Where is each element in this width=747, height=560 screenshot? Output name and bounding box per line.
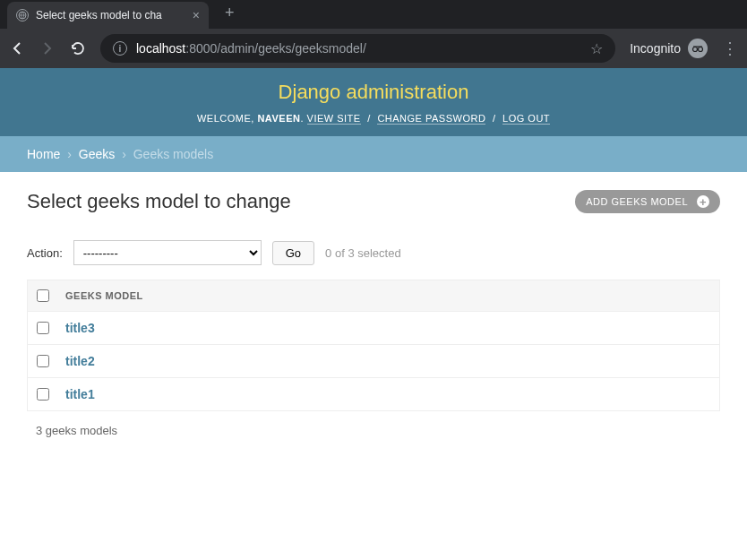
change-password-link[interactable]: CHANGE PASSWORD [377, 113, 485, 125]
breadcrumb-home[interactable]: Home [27, 147, 60, 161]
tab-title: Select geeks model to cha [36, 9, 185, 22]
results-table: GEEKS MODEL title3 title2 title1 [27, 280, 720, 411]
svg-point-1 [693, 47, 698, 52]
row-link[interactable]: title3 [65, 321, 95, 335]
incognito-indicator: Incognito [630, 39, 708, 58]
add-geeks-model-button[interactable]: ADD GEEKS MODEL + [575, 190, 720, 213]
plus-icon: + [697, 195, 709, 208]
table-row: title3 [28, 311, 719, 344]
row-checkbox[interactable] [37, 388, 49, 401]
row-link[interactable]: title1 [65, 387, 95, 401]
browser-tab[interactable]: Select geeks model to cha × [7, 2, 209, 29]
table-row: title2 [28, 344, 719, 377]
content-header: Select geeks model to change ADD GEEKS M… [27, 190, 720, 213]
tab-bar: Select geeks model to cha × + [0, 0, 747, 29]
globe-icon [16, 9, 29, 22]
bookmark-icon[interactable]: ☆ [590, 40, 603, 57]
user-tools: WELCOME, NAVEEN. VIEW SITE / CHANGE PASS… [0, 113, 747, 136]
site-title: Django administration [0, 81, 747, 104]
go-button[interactable]: Go [272, 241, 314, 265]
url-text: localhost:8000/admin/geeks/geeksmodel/ [136, 41, 581, 56]
new-tab-button[interactable]: + [225, 4, 235, 22]
info-icon[interactable]: i [113, 41, 127, 56]
row-checkbox[interactable] [37, 355, 49, 367]
select-all-checkbox[interactable] [37, 289, 49, 302]
url-bar[interactable]: i localhost:8000/admin/geeks/geeksmodel/… [100, 34, 615, 63]
add-button-label: ADD GEEKS MODEL [586, 196, 688, 207]
close-icon[interactable]: × [193, 8, 200, 22]
content: Select geeks model to change ADD GEEKS M… [0, 172, 747, 468]
paginator: 3 geeks models [27, 411, 720, 450]
selection-count: 0 of 3 selected [325, 246, 401, 260]
forward-button[interactable] [39, 40, 56, 56]
admin-header: Django administration [0, 68, 747, 113]
breadcrumb-current: Geeks models [133, 147, 213, 161]
menu-button[interactable]: ⋮ [722, 39, 738, 58]
row-link[interactable]: title2 [65, 354, 95, 368]
breadcrumb-app[interactable]: Geeks [79, 147, 115, 161]
browser-chrome: Select geeks model to cha × + i localhos… [0, 0, 747, 68]
table-header: GEEKS MODEL [28, 280, 719, 311]
reload-button[interactable] [70, 40, 86, 56]
logout-link[interactable]: LOG OUT [502, 113, 550, 125]
action-select[interactable]: --------- [73, 240, 262, 265]
column-header[interactable]: GEEKS MODEL [65, 290, 143, 301]
breadcrumb: Home › Geeks › Geeks models [0, 136, 747, 172]
table-row: title1 [28, 377, 719, 410]
view-site-link[interactable]: VIEW SITE [307, 113, 361, 125]
row-checkbox[interactable] [37, 322, 49, 334]
incognito-label: Incognito [630, 41, 681, 56]
actions-bar: Action: --------- Go 0 of 3 selected [27, 240, 720, 265]
incognito-icon [688, 39, 708, 58]
svg-point-2 [699, 47, 703, 52]
username: NAVEEN [257, 113, 300, 124]
browser-toolbar: i localhost:8000/admin/geeks/geeksmodel/… [0, 29, 747, 68]
page-title: Select geeks model to change [27, 190, 291, 213]
back-button[interactable] [9, 40, 25, 56]
action-label: Action: [27, 246, 63, 260]
welcome-text: WELCOME, [197, 113, 254, 124]
